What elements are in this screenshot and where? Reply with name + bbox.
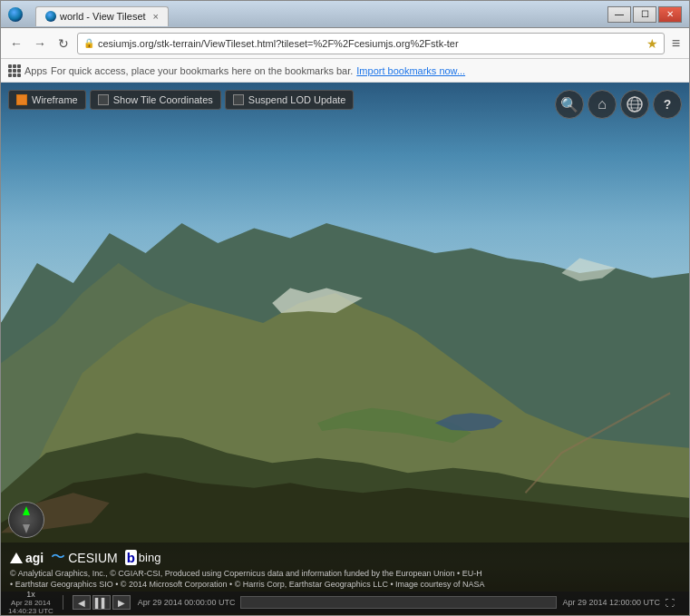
cesium-viewer[interactable]: Wireframe Show Tile Coordinates Suspend …: [1, 83, 689, 615]
lock-icon: 🔒: [83, 38, 94, 48]
wireframe-btn[interactable]: Wireframe: [8, 90, 86, 110]
titlebar: world - View Tileset × — ☐ ✕: [1, 1, 689, 28]
forward-btn[interactable]: ▶: [112, 595, 131, 610]
tab-title: world - View Tileset: [60, 11, 146, 22]
show-tile-btn[interactable]: Show Tile Coordinates: [90, 90, 221, 110]
maximize-btn[interactable]: ☐: [633, 6, 656, 23]
tab-list: world - View Tileset ×: [35, 3, 169, 26]
back-btn[interactable]: ←: [6, 34, 26, 54]
titlebar-left: world - View Tileset ×: [8, 3, 169, 26]
compass-south-arrow: [23, 524, 30, 533]
home-btn[interactable]: ⌂: [588, 90, 617, 119]
browser-icon: [8, 7, 23, 22]
forward-btn[interactable]: →: [30, 34, 50, 54]
suspend-lod-label: Suspend LOD Update: [248, 94, 346, 105]
pause-btn[interactable]: ▌▌: [92, 595, 111, 610]
terrain-view: [1, 143, 689, 543]
playback-left: 1x Apr 28 2014 14:40:23 UTC ◀ ▌▌ ▶: [8, 590, 131, 615]
playback-controls: ◀ ▌▌ ▶: [73, 595, 131, 610]
date-line2: 14:40:23 UTC: [8, 607, 53, 615]
cesium-toolbar: Wireframe Show Tile Coordinates Suspend …: [8, 90, 354, 110]
window-controls: — ☐ ✕: [607, 6, 682, 23]
suspend-lod-btn[interactable]: Suspend LOD Update: [225, 90, 355, 110]
suspend-lod-checkbox[interactable]: [233, 94, 244, 105]
help-btn[interactable]: ?: [653, 90, 682, 119]
bing-logo: b bing: [125, 550, 161, 565]
chrome-menu-btn[interactable]: ≡: [668, 35, 684, 52]
wireframe-checkbox[interactable]: [16, 94, 27, 105]
compass-north-arrow: [23, 506, 30, 515]
speed-display: 1x Apr 28 2014 14:40:23 UTC: [8, 590, 53, 615]
speed-value: 1x: [8, 590, 53, 599]
timeline-expand-btn[interactable]: ⛶: [666, 598, 675, 608]
tab-favicon: [45, 11, 56, 22]
minimize-btn[interactable]: —: [607, 6, 631, 23]
timeline-scrubber[interactable]: [240, 596, 557, 609]
timeline-end-label: Apr 29 2014 12:00:00 UTC: [562, 598, 660, 607]
main-window: world - View Tileset × — ☐ ✕ ← → ↻ 🔒 ces…: [0, 0, 690, 616]
bing-b-icon: b: [125, 550, 137, 565]
globe-btn[interactable]: [620, 90, 649, 119]
divider: [63, 595, 63, 610]
credits-line1: © Analytical Graphics, Inc., © CGIAR-CSI…: [10, 569, 680, 580]
apps-icon[interactable]: [8, 64, 21, 77]
cesium-text: CESIUM: [68, 551, 117, 565]
search-btn[interactable]: 🔍: [555, 90, 584, 119]
timeline-row: Apr 29 2014 00:00:00 UTC Apr 29 2014 12:…: [131, 596, 682, 609]
compass-widget[interactable]: [8, 502, 44, 538]
import-bookmarks-link[interactable]: Import bookmarks now...: [356, 65, 465, 76]
active-tab[interactable]: world - View Tileset ×: [35, 6, 169, 26]
show-tile-checkbox[interactable]: [98, 94, 109, 105]
bookmarks-hint: For quick access, place your bookmarks h…: [51, 65, 353, 76]
wireframe-label: Wireframe: [32, 94, 78, 105]
url-text: cesiumjs.org/stk-terrain/ViewTileset.htm…: [98, 38, 643, 49]
timeline-bar-row: 1x Apr 28 2014 14:40:23 UTC ◀ ▌▌ ▶ Apr 2…: [1, 592, 689, 613]
date-line1: Apr 28 2014: [8, 599, 53, 607]
cesium-right-toolbar: 🔍 ⌂ ?: [555, 90, 682, 119]
agi-triangle-icon: [10, 552, 23, 563]
apps-label: Apps: [24, 65, 47, 76]
credits-panel: © Analytical Graphics, Inc., © CGIAR-CSI…: [1, 567, 689, 592]
bookmark-star[interactable]: ★: [646, 36, 658, 51]
navbar: ← → ↻ 🔒 cesiumjs.org/stk-terrain/ViewTil…: [1, 28, 689, 59]
credits-line2: • Earthstar Geographics SIO • © 2014 Mic…: [10, 580, 680, 591]
timeline-start-label: Apr 29 2014 00:00:00 UTC: [138, 598, 236, 607]
bookmarks-bar: Apps For quick access, place your bookma…: [1, 59, 689, 83]
close-btn[interactable]: ✕: [658, 6, 682, 23]
logos-bar: agi 〜 CESIUM b bing: [1, 543, 689, 567]
globe-icon: [627, 96, 643, 112]
cesium-bottom-panel: agi 〜 CESIUM b bing © Analytical Graphic…: [1, 543, 689, 615]
cesium-logo: 〜 CESIUM: [51, 548, 117, 567]
search-icon: 🔍: [560, 96, 578, 113]
agi-logo: agi: [10, 551, 44, 565]
tab-close-btn[interactable]: ×: [153, 11, 159, 22]
compass-circle[interactable]: [8, 502, 44, 538]
rewind-btn[interactable]: ◀: [73, 595, 91, 610]
bing-text: bing: [139, 551, 161, 564]
cesium-wave-icon: 〜: [51, 548, 65, 567]
show-tile-label: Show Tile Coordinates: [113, 94, 213, 105]
refresh-btn[interactable]: ↻: [53, 34, 73, 54]
home-icon: ⌂: [598, 96, 607, 112]
agi-text: agi: [25, 551, 44, 565]
help-icon: ?: [664, 97, 672, 112]
address-bar[interactable]: 🔒 cesiumjs.org/stk-terrain/ViewTileset.h…: [77, 33, 665, 54]
